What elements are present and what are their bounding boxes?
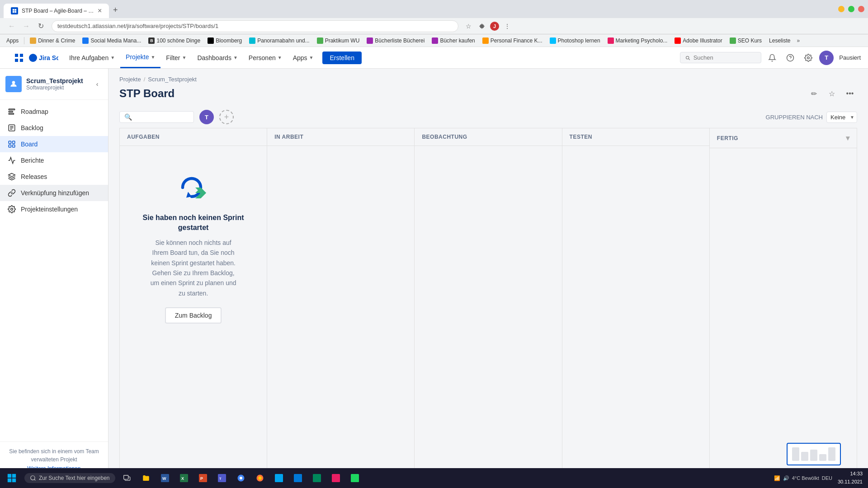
- close-btn[interactable]: [858, 6, 864, 12]
- tab-favicon: [11, 7, 18, 14]
- svg-rect-14: [9, 109, 15, 110]
- taskbar-app11-btn[interactable]: [308, 469, 326, 487]
- group-by-select[interactable]: Keine: [826, 112, 857, 123]
- board-search-input[interactable]: [135, 114, 189, 121]
- sidebar-collapse-btn[interactable]: ‹: [92, 79, 103, 89]
- board-toolbar: 🔍 T + GRUPPIEREN NACH Keine ▼: [108, 106, 868, 128]
- bookmark-photoshop[interactable]: Photoshop lernen: [547, 37, 603, 45]
- sidebar-item-berichte[interactable]: Berichte: [0, 152, 108, 169]
- nav-ihre-aufgaben[interactable]: Ihre Aufgaben ▼: [64, 47, 120, 68]
- bookmark-marketing[interactable]: Marketing Psycholo...: [605, 37, 670, 45]
- nav-filter[interactable]: Filter ▼: [160, 47, 192, 68]
- taskbar-chrome-btn[interactable]: [232, 469, 250, 487]
- page-title-actions: ✏ ☆ •••: [807, 86, 857, 101]
- project-name: Scrum_Testprojekt: [26, 77, 87, 84]
- bookmark-bucherliste[interactable]: Bücherliste Bücherei: [364, 37, 427, 45]
- star-icon[interactable]: ☆: [825, 86, 839, 101]
- back-btn[interactable]: ←: [5, 20, 18, 33]
- column-content-beobachtung: [415, 146, 561, 469]
- backlog-icon: [7, 123, 16, 132]
- group-by-label: GRUPPIEREN NACH: [766, 114, 823, 121]
- pencil-icon[interactable]: ✏: [807, 86, 821, 101]
- tab-close-btn[interactable]: ×: [98, 7, 102, 15]
- sidebar-item-backlog[interactable]: Backlog: [0, 120, 108, 136]
- bookmark-adobe[interactable]: Adobe Illustrator: [672, 37, 725, 45]
- breadcrumb-project[interactable]: Scrum_Testprojekt: [148, 76, 197, 83]
- menu-icon[interactable]: ⋮: [502, 21, 513, 32]
- bookmark-personal[interactable]: Personal Finance K...: [480, 37, 545, 45]
- nav-personen[interactable]: Personen ▼: [243, 47, 288, 68]
- taskbar-app9-btn[interactable]: [270, 469, 288, 487]
- breadcrumb-projekte[interactable]: Projekte: [119, 76, 141, 83]
- bookmark-bucher-kaufen[interactable]: Bücher kaufen: [429, 37, 477, 45]
- more-bookmarks[interactable]: »: [795, 38, 802, 44]
- sidebar-item-roadmap[interactable]: Roadmap: [0, 103, 108, 120]
- taskbar-word-btn[interactable]: W: [156, 469, 174, 487]
- bookmark-seo[interactable]: SEO Kurs: [727, 37, 764, 45]
- taskbar-teams-btn[interactable]: T: [213, 469, 231, 487]
- taskbar-explorer-btn[interactable]: [137, 469, 155, 487]
- board-search[interactable]: 🔍: [119, 111, 194, 123]
- sidebar-item-board[interactable]: Board: [0, 136, 108, 152]
- bookmark-leseliste[interactable]: Leseliste: [766, 37, 793, 45]
- sidebar-label: Verknüpfung hinzufügen: [21, 189, 89, 197]
- bookmark-b[interactable]: B 100 schöne Dinge: [146, 37, 203, 45]
- help-btn[interactable]: [783, 51, 797, 65]
- bookmark-bloomberg[interactable]: Bloomberg: [205, 37, 245, 45]
- taskbar-excel-btn[interactable]: X: [175, 469, 193, 487]
- breadcrumb: Projekte / Scrum_Testprojekt: [119, 76, 857, 83]
- search-bar[interactable]: [680, 52, 761, 63]
- notifications-btn[interactable]: [765, 51, 779, 65]
- windows-start-btn[interactable]: [2, 469, 22, 487]
- settings-btn[interactable]: [801, 51, 816, 65]
- column-dropdown-icon[interactable]: ▾: [846, 134, 850, 142]
- jira-logo[interactable]: Jira Software: [7, 52, 64, 64]
- sidebar-item-add-link[interactable]: Verknüpfung hinzufügen: [0, 185, 108, 201]
- chevron-down-icon: ▼: [151, 55, 155, 60]
- forward-btn[interactable]: →: [20, 20, 33, 33]
- nav-projekte[interactable]: Projekte ▼: [120, 47, 160, 68]
- svg-rect-22: [13, 141, 15, 143]
- sidebar-item-settings[interactable]: Projekteinstellungen: [0, 201, 108, 217]
- minimize-btn[interactable]: [838, 6, 844, 12]
- board-area: AUFGABEN: [108, 128, 868, 477]
- bookmark-apps[interactable]: Apps: [4, 37, 21, 45]
- nav-apps[interactable]: Apps ▼: [288, 47, 319, 68]
- more-options-icon[interactable]: •••: [843, 86, 857, 101]
- taskbar-app10-btn[interactable]: [289, 469, 307, 487]
- chevron-down-icon: ▼: [278, 55, 282, 60]
- add-member-btn[interactable]: +: [219, 110, 234, 124]
- taskbar-powerpoint-btn[interactable]: P: [194, 469, 212, 487]
- taskbar-app13-btn[interactable]: [346, 469, 364, 487]
- sidebar-label: Backlog: [21, 124, 43, 131]
- column-content-in-arbeit: [267, 146, 414, 469]
- nav-dashboards[interactable]: Dashboards ▼: [192, 47, 243, 68]
- maximize-btn[interactable]: [848, 6, 854, 12]
- member-avatar-t[interactable]: T: [199, 110, 214, 124]
- bookmark-social[interactable]: Social Media Mana...: [80, 37, 144, 45]
- refresh-btn[interactable]: ↻: [34, 20, 47, 33]
- extensions-icon[interactable]: [476, 21, 487, 32]
- new-tab-button[interactable]: +: [109, 4, 122, 16]
- bookmark-dinner[interactable]: Dinner & Crime: [27, 37, 78, 45]
- bookmark-panorama[interactable]: Panoramabahn und...: [246, 37, 312, 45]
- network-icon[interactable]: 📶: [774, 475, 780, 481]
- taskbar-firefox-btn[interactable]: [251, 469, 269, 487]
- user-avatar[interactable]: T: [819, 51, 834, 65]
- taskbar-search-icon: [30, 475, 36, 481]
- taskbar-taskview-btn[interactable]: [118, 469, 136, 487]
- bookmark-praktikum[interactable]: Praktikum WU: [314, 37, 363, 45]
- zum-backlog-button[interactable]: Zum Backlog: [165, 307, 222, 324]
- chevron-down-icon: ▼: [233, 55, 238, 60]
- search-input[interactable]: [693, 54, 757, 61]
- active-tab[interactable]: STP Board – Agile-Board – Jira ×: [4, 4, 109, 18]
- volume-icon[interactable]: 🔊: [783, 475, 789, 481]
- sidebar-item-releases[interactable]: Releases: [0, 169, 108, 185]
- sidebar-label: Projekteinstellungen: [21, 206, 78, 213]
- taskbar-search[interactable]: Zur Suche Text hier eingeben: [24, 473, 115, 483]
- profile-icon[interactable]: J: [490, 22, 499, 31]
- taskbar-app12-btn[interactable]: [327, 469, 345, 487]
- url-bar[interactable]: testdeutsch1.atlassian.net/jira/software…: [52, 20, 458, 32]
- bookmark-star-icon[interactable]: ☆: [463, 21, 474, 32]
- create-button[interactable]: Erstellen: [322, 52, 361, 64]
